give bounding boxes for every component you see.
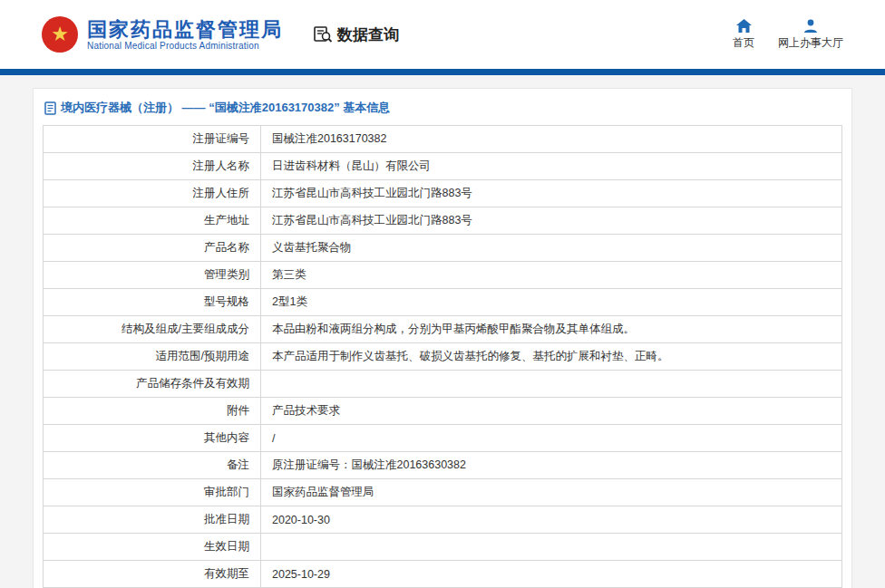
page-title-text: 境内医疗器械（注册） —— “国械注准20163170382” 基本信息 (61, 100, 390, 116)
table-row: 有效期至2025-10-29 (44, 561, 842, 588)
table-row: 管理类别第三类 (44, 262, 842, 289)
row-value: 2型1类 (261, 289, 842, 316)
row-label: 型号规格 (44, 289, 261, 316)
document-search-icon (314, 25, 334, 43)
row-value: 国械注准20163170382 (261, 126, 842, 153)
data-query-label: 数据查询 (337, 24, 399, 45)
home-label: 首页 (733, 35, 754, 51)
table-row: 附件产品技术要求 (44, 398, 842, 425)
row-value: 本产品适用于制作义齿基托、破损义齿基托的修复、基托的扩展和衬垫、正畸。 (261, 343, 842, 371)
org-name-en: National Medical Products Administration (87, 41, 283, 51)
table-row: 型号规格2型1类 (44, 289, 842, 316)
page-title: 境内医疗器械（注册） —— “国械注准20163170382” 基本信息 (43, 89, 842, 125)
online-hall-label: 网上办事大厅 (778, 35, 843, 51)
person-icon (803, 19, 818, 33)
row-label: 审批部门 (44, 479, 261, 506)
table-row: 产品名称义齿基托聚合物 (44, 235, 842, 262)
row-value: 2025-10-29 (261, 561, 842, 588)
table-row: 批准日期2020-10-30 (44, 506, 842, 534)
table-row: 生产地址江苏省昆山市高科技工业园北门路883号 (44, 207, 842, 235)
table-row: 注册人名称日进齿科材料（昆山）有限公司 (44, 153, 842, 180)
emblem-star-icon: ★ (51, 24, 69, 44)
registration-info-table: 注册证编号国械注准20163170382注册人名称日进齿科材料（昆山）有限公司注… (43, 125, 842, 588)
online-hall-link[interactable]: 网上办事大厅 (778, 19, 843, 51)
row-value: 原注册证编号：国械注准20163630382 (261, 452, 842, 479)
row-label: 结构及组成/主要组成成分 (44, 316, 261, 343)
table-row: 注册人住所江苏省昆山市高科技工业园北门路883号 (44, 180, 842, 207)
row-value (261, 371, 842, 398)
row-value: / (261, 425, 842, 452)
header-accent-bar (0, 69, 885, 75)
table-row: 其他内容/ (44, 425, 842, 452)
table-row: 备注原注册证编号：国械注准20163630382 (44, 452, 842, 479)
row-label: 适用范围/预期用途 (44, 343, 261, 371)
table-row: 审批部门国家药品监督管理局 (44, 479, 842, 506)
home-icon (736, 19, 752, 33)
row-label: 附件 (44, 398, 261, 425)
row-value: 第三类 (261, 262, 842, 289)
table-row: 注册证编号国械注准20163170382 (44, 126, 842, 153)
row-value (261, 534, 842, 561)
table-row: 结构及组成/主要组成成分本品由粉和液两组分构成，分别为甲基丙烯酸甲酯聚合物及其单… (44, 316, 842, 343)
row-label: 备注 (44, 452, 261, 479)
row-value: 本品由粉和液两组分构成，分别为甲基丙烯酸甲酯聚合物及其单体组成。 (261, 316, 842, 343)
row-label: 注册证编号 (44, 126, 261, 153)
row-label: 注册人名称 (44, 153, 261, 180)
row-label: 批准日期 (44, 506, 261, 534)
row-label: 有效期至 (44, 561, 261, 588)
row-value: 国家药品监督管理局 (261, 479, 842, 506)
national-emblem-logo: ★ (42, 16, 78, 53)
row-value: 江苏省昆山市高科技工业园北门路883号 (261, 207, 842, 235)
org-name-cn: 国家药品监督管理局 (87, 18, 283, 41)
row-label: 其他内容 (44, 425, 261, 452)
row-value: 江苏省昆山市高科技工业园北门路883号 (261, 180, 842, 207)
home-link[interactable]: 首页 (733, 19, 754, 51)
header-left: ★ 国家药品监督管理局 National Medical Products Ad… (42, 16, 399, 53)
row-label: 生效日期 (44, 534, 261, 561)
table-row: 产品储存条件及有效期 (44, 371, 842, 398)
row-label: 管理类别 (44, 262, 261, 289)
table-row: 生效日期 (44, 534, 842, 561)
info-card: 境内医疗器械（注册） —— “国械注准20163170382” 基本信息 注册证… (33, 88, 852, 588)
main-content: 境内医疗器械（注册） —— “国械注准20163170382” 基本信息 注册证… (0, 75, 885, 588)
site-header: ★ 国家药品监督管理局 National Medical Products Ad… (0, 0, 885, 69)
row-label: 产品储存条件及有效期 (44, 371, 261, 398)
data-query-nav[interactable]: 数据查询 (314, 24, 399, 45)
table-row: 适用范围/预期用途本产品适用于制作义齿基托、破损义齿基托的修复、基托的扩展和衬垫… (44, 343, 842, 371)
document-icon (44, 101, 56, 115)
header-right: 首页 网上办事大厅 (733, 19, 843, 51)
row-value: 2020-10-30 (261, 506, 842, 534)
row-value: 产品技术要求 (261, 398, 842, 425)
row-label: 注册人住所 (44, 180, 261, 207)
row-value: 义齿基托聚合物 (261, 235, 842, 262)
row-label: 生产地址 (44, 207, 261, 235)
org-name-block: 国家药品监督管理局 National Medical Products Admi… (87, 18, 283, 51)
row-value: 日进齿科材料（昆山）有限公司 (261, 153, 842, 180)
row-label: 产品名称 (44, 235, 261, 262)
